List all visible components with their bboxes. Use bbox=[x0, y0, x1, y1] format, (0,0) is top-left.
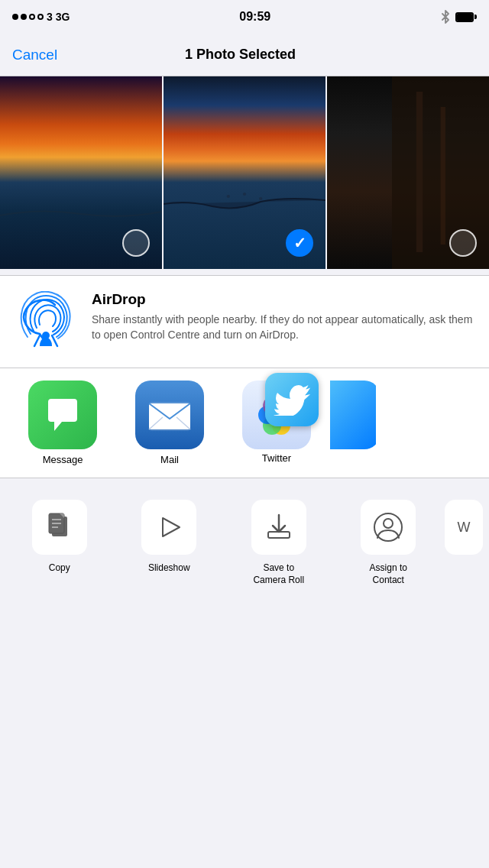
twitter-app-icon[interactable] bbox=[265, 373, 319, 426]
app-item-message[interactable]: Message bbox=[9, 381, 116, 465]
signal-dot-2 bbox=[21, 14, 27, 20]
signal-dots bbox=[12, 14, 44, 20]
slideshow-label: Slideshow bbox=[148, 562, 190, 575]
signal-dot-3 bbox=[29, 14, 35, 20]
app-item-icloud[interactable]: Twitter bbox=[223, 381, 330, 464]
selection-circle-2[interactable]: ✓ bbox=[286, 229, 313, 257]
partial-app-icon[interactable] bbox=[330, 381, 376, 449]
signal-dot-1 bbox=[12, 14, 18, 20]
apps-section: Message Mail bbox=[0, 368, 489, 478]
nav-bar: Cancel 1 Photo Selected bbox=[0, 34, 489, 76]
slideshow-icon-wrapper[interactable] bbox=[141, 500, 196, 555]
photo-item-3[interactable] bbox=[327, 76, 489, 269]
selection-circle-3[interactable] bbox=[449, 229, 477, 257]
action-item-slideshow[interactable]: Slideshow bbox=[116, 500, 223, 575]
mail-app-label: Mail bbox=[160, 454, 179, 465]
airdrop-icon bbox=[15, 291, 76, 352]
svg-rect-4 bbox=[416, 92, 423, 252]
save-label: Save toCamera Roll bbox=[253, 562, 304, 586]
status-time: 09:59 bbox=[239, 10, 270, 24]
icloud-icon-container bbox=[242, 381, 311, 449]
actions-section: Copy Slideshow Save toCamera Roll bbox=[0, 484, 489, 601]
assign-label: Assign toContact bbox=[370, 562, 407, 586]
action-item-save[interactable]: Save toCamera Roll bbox=[225, 500, 332, 586]
photo-2-detail bbox=[164, 185, 325, 215]
copy-icon-wrapper[interactable] bbox=[32, 500, 87, 555]
status-bar: 3 3G 09:59 bbox=[0, 0, 489, 34]
signal-dot-4 bbox=[37, 14, 44, 20]
airdrop-ripple-icon bbox=[15, 291, 76, 352]
svg-point-0 bbox=[227, 195, 230, 198]
copy-icon bbox=[43, 510, 76, 544]
app-item-mail[interactable]: Mail bbox=[116, 381, 223, 465]
battery-icon bbox=[455, 12, 477, 22]
svg-rect-5 bbox=[440, 107, 445, 245]
svg-point-2 bbox=[259, 197, 262, 200]
checkmark-icon: ✓ bbox=[293, 235, 306, 251]
svg-point-26 bbox=[384, 519, 393, 528]
photo-strip: ✓ bbox=[0, 76, 489, 269]
airdrop-section: AirDrop Share instantly with people near… bbox=[0, 275, 489, 368]
message-bubble-icon bbox=[40, 393, 85, 437]
save-icon-wrapper[interactable] bbox=[251, 500, 306, 555]
page-title: 1 Photo Selected bbox=[185, 47, 296, 63]
more-action-icon-wrapper[interactable]: W bbox=[445, 500, 483, 555]
message-app-icon[interactable] bbox=[28, 381, 97, 449]
twitter-app-label: Twitter bbox=[262, 452, 291, 464]
action-item-copy[interactable]: Copy bbox=[6, 500, 113, 575]
carrier-label: 3 bbox=[47, 11, 53, 23]
twitter-bird-icon bbox=[274, 384, 310, 416]
airdrop-description: Share instantly with people nearby. If t… bbox=[92, 313, 474, 342]
assign-icon-wrapper[interactable] bbox=[361, 500, 416, 555]
airdrop-text: AirDrop Share instantly with people near… bbox=[92, 291, 474, 342]
action-item-assign[interactable]: Assign toContact bbox=[335, 500, 442, 586]
photo-item-1[interactable] bbox=[0, 76, 164, 269]
app-item-partial[interactable] bbox=[330, 381, 376, 449]
status-left: 3 3G bbox=[12, 11, 70, 23]
mail-envelope-icon bbox=[146, 397, 193, 432]
save-camera-roll-icon bbox=[262, 510, 296, 544]
assign-contact-icon bbox=[371, 510, 405, 544]
svg-marker-22 bbox=[163, 518, 180, 536]
mail-app-icon[interactable] bbox=[135, 381, 204, 449]
selection-circle-1[interactable] bbox=[122, 229, 150, 257]
photo-1-detail bbox=[0, 200, 162, 223]
network-label: 3G bbox=[56, 11, 70, 23]
photo-item-2[interactable]: ✓ bbox=[164, 76, 327, 269]
message-app-label: Message bbox=[43, 454, 83, 465]
more-action-letter: W bbox=[458, 520, 471, 536]
svg-point-1 bbox=[243, 193, 246, 196]
copy-label: Copy bbox=[49, 562, 70, 575]
status-right bbox=[440, 10, 477, 24]
airdrop-title: AirDrop bbox=[92, 291, 474, 308]
slideshow-icon bbox=[152, 510, 186, 544]
action-item-more[interactable]: W bbox=[445, 500, 483, 555]
cancel-button[interactable]: Cancel bbox=[12, 47, 57, 63]
bluetooth-icon bbox=[440, 10, 451, 24]
